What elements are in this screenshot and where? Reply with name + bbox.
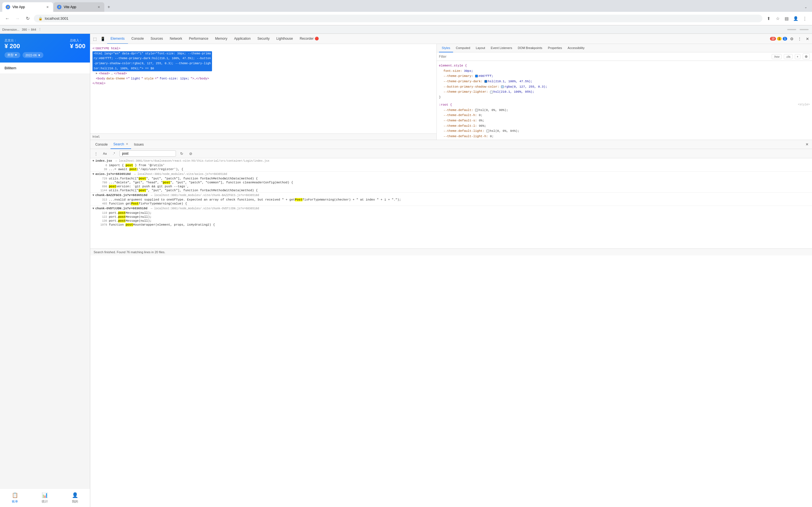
color-swatch-default-light (486, 129, 489, 132)
expense-label: 总收入： (70, 38, 86, 43)
result-group-header-ovdtjjdn[interactable]: ▼ chunk-OVDTJJDN.js?v=6836518d — localho… (90, 206, 812, 211)
close-devtools-icon[interactable]: ✕ (804, 36, 811, 42)
bottom-tab-search[interactable]: Search ✕ (110, 140, 131, 149)
result-line-898[interactable]: 898 postversion: `git push && git push -… (90, 184, 812, 188)
result-line-39[interactable]: 39 ...= await post('/api/user/register')… (90, 167, 812, 171)
result-group-header-axios[interactable]: ▼ axios.js?v=6836518d — localhost:3001/n… (90, 172, 812, 177)
result-group-header-index-jsx[interactable]: ▼ index.jsx — localhost:3001/Users/duals… (90, 158, 812, 163)
back-button[interactable]: ← (3, 15, 11, 22)
hov-toggle[interactable]: :hov (772, 54, 781, 59)
result-line-1978[interactable]: 1978 function postMountWrapper(element, … (90, 223, 812, 227)
result-line-119[interactable]: 119 port.postMessage(null); (90, 211, 812, 215)
css-rule-root: :root { <style> --theme-default: hsl(0, … (439, 102, 810, 140)
html-line-head[interactable]: ▶ <head>…</head> (93, 71, 434, 76)
tab-2-favicon: ⚡ (57, 5, 61, 9)
tab-menu-button[interactable]: ⌄ (802, 3, 810, 11)
tab-memory[interactable]: Memory (212, 34, 231, 44)
sub-tab-computed[interactable]: Computed (453, 44, 473, 52)
reload-button[interactable]: ↻ (24, 15, 32, 22)
sub-tab-properties[interactable]: Properties (545, 44, 565, 52)
more-options-search-icon[interactable]: ⋮ (93, 150, 99, 157)
tab-performance[interactable]: Performance (186, 34, 212, 44)
tab-elements[interactable]: Elements (107, 34, 128, 44)
tab-1[interactable]: ⚡ Vite App ✕ (2, 2, 53, 12)
result-line-729[interactable]: 729 utils.forEach(["post", "put", "patch… (90, 177, 812, 180)
tab-lighthouse[interactable]: Lighthouse (273, 34, 296, 44)
tab-application[interactable]: Application (231, 34, 254, 44)
tab-2[interactable]: ⚡ Vite App ✕ (54, 2, 104, 12)
tab-console[interactable]: Console (128, 34, 147, 44)
add-style-toggle[interactable]: + (795, 54, 801, 59)
dimension-height: 844 (31, 28, 36, 31)
html-line-body[interactable]: <body data-theme="light" style="font-siz… (93, 76, 434, 81)
tab-1-close[interactable]: ✕ (45, 5, 50, 9)
result-line-136[interactable]: 136 port.postMessage(null); (90, 219, 812, 223)
app-nav: 📋 账单 📊 统计 👤 我的 (0, 489, 90, 507)
result-line-6[interactable]: 6 import { post } from '@/utils' (90, 163, 812, 167)
tab-network[interactable]: Network (166, 34, 186, 44)
clear-search-button[interactable]: ⊘ (187, 150, 194, 157)
date-filter[interactable]: 2022-06 ▼ (22, 52, 43, 58)
styles-filter-bar: :hov .cls + ⊕ (437, 52, 812, 61)
result-line-1144[interactable]: 1144 utils.forEach(["post", "put", "patc… (90, 188, 812, 192)
sub-tab-dom-breakpoints[interactable]: DOM Breakpoints (515, 44, 545, 52)
tab-2-title: Vite App (64, 5, 94, 9)
refresh-search-button[interactable]: ↻ (178, 150, 185, 157)
type-filter[interactable]: 类型 ▼ (4, 52, 20, 58)
bookmark-button[interactable]: ☆ (774, 15, 781, 22)
result-group-index-jsx: ▼ index.jsx — localhost:3001/Users/duals… (90, 158, 812, 171)
bottom-panel-close[interactable]: ✕ (804, 142, 810, 147)
regex-button[interactable]: .* (110, 150, 117, 157)
tab-2-close[interactable]: ✕ (96, 5, 101, 9)
search-footer: Search finished. Found 76 matching lines… (90, 248, 812, 256)
search-tab-close[interactable]: ✕ (126, 142, 128, 146)
url-bar[interactable]: 🔒 localhost:3001 (34, 15, 762, 22)
bottom-tab-console[interactable]: Console (93, 140, 110, 149)
device-mode-icon[interactable]: 📱 (99, 36, 106, 42)
dimension-menu[interactable]: ⋮ (38, 27, 42, 31)
new-tab-button[interactable]: + (105, 3, 113, 11)
forward-button[interactable]: → (13, 15, 21, 22)
inspect-element-icon[interactable]: ⬚ (91, 36, 98, 42)
case-sensitive-button[interactable]: Aa (101, 150, 108, 157)
tab-recorder[interactable]: Recorder 🔴 (296, 34, 322, 44)
app-header: 总支出： ¥ 200 总收入： ¥ 500 类型 ▼ 2022-06 ▼ (0, 34, 90, 62)
devtools-right-icons: 10 1 1 ⚙ ⋮ ✕ (770, 36, 811, 42)
devtools-body: <!DOCTYPE html> <html lang="en" data-dpr… (90, 44, 812, 140)
nav-item-profile[interactable]: 👤 我的 (67, 491, 83, 505)
more-options-icon[interactable]: ⋮ (796, 36, 803, 42)
styles-panel: Styles Computed Layout Event Listeners D… (437, 44, 812, 140)
styles-filter-input[interactable] (439, 55, 769, 59)
breadcrumb: html (93, 135, 100, 138)
sub-tab-layout[interactable]: Layout (473, 44, 488, 52)
sidebar-button[interactable]: ▤ (783, 15, 791, 22)
cls-toggle[interactable]: .cls (784, 54, 793, 59)
result-line-122[interactable]: 122 port.postMessage(null); (90, 215, 812, 219)
dimension-label: Dimension... (2, 28, 19, 31)
url-text: localhost:3001 (45, 16, 68, 20)
profile-button[interactable]: 👤 (792, 15, 800, 22)
search-input[interactable] (119, 151, 176, 157)
bottom-tab-issues[interactable]: Issues (131, 140, 147, 149)
result-line-313[interactable]: 313 ...nvalid argument supplied to oneOf… (90, 198, 812, 202)
elements-footer: html (90, 133, 437, 140)
devtools-inspect-icons: ⬚ 📱 (91, 36, 106, 42)
settings-icon[interactable]: ⚙ (788, 36, 795, 42)
nav-label-profile: 我的 (72, 499, 78, 504)
tab-sources[interactable]: Sources (147, 34, 166, 44)
nav-item-stats[interactable]: 📊 统计 (37, 491, 52, 505)
result-group-header-bazzfgcs[interactable]: ▼ chunk-BAZZFGCS.js?v=6836518d — localho… (90, 193, 812, 198)
result-line-780[interactable]: 780 ..."delete", "get", "head", "post", … (90, 180, 812, 184)
profile-icon: 👤 (72, 492, 78, 498)
result-line-465[interactable]: 465 function getPostfixForTypeWarning(va… (90, 202, 812, 206)
tab-security[interactable]: Security (254, 34, 273, 44)
sub-tab-accessibility[interactable]: Accessibility (565, 44, 587, 52)
menu-button[interactable]: ⋮ (801, 15, 809, 22)
share-button[interactable]: ⬆ (765, 15, 772, 22)
html-line-html[interactable]: <html lang="en" data-dpr="1" style="font… (93, 51, 434, 71)
sub-tab-event-listeners[interactable]: Event Listeners (488, 44, 515, 52)
html-line-close: </html> (93, 81, 434, 86)
nav-item-bills[interactable]: 📋 账单 (7, 491, 22, 505)
computed-toggle[interactable]: ⊕ (803, 54, 810, 59)
sub-tab-styles[interactable]: Styles (439, 44, 453, 52)
